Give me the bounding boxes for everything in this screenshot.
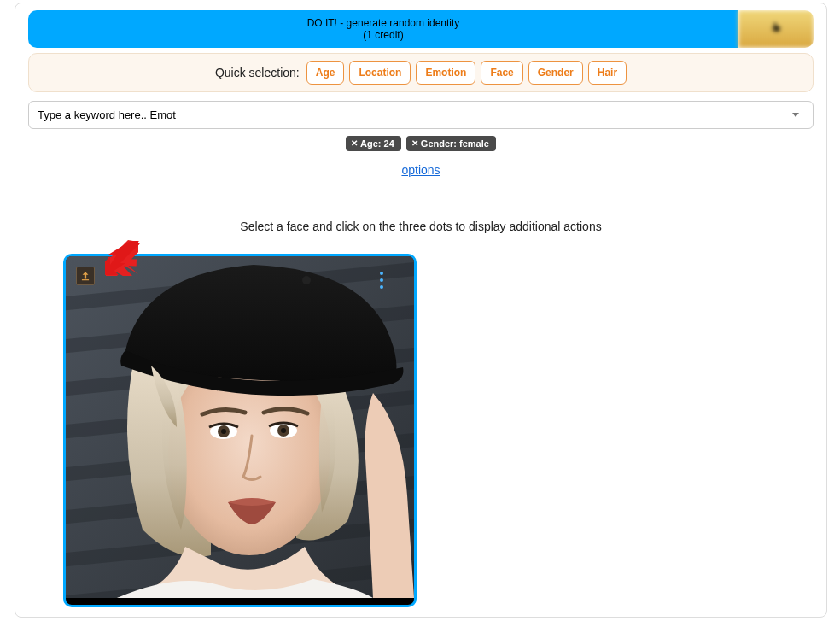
options-link[interactable]: options: [15, 163, 826, 177]
chevron-down-icon[interactable]: [792, 113, 799, 117]
instruction-text: Select a face and click on the three dot…: [15, 220, 826, 233]
do-it-label-line1: DO IT! - generate random identity: [307, 17, 460, 29]
red-arrow-icon: [103, 239, 141, 277]
dot-icon: [380, 272, 383, 275]
dot-icon: [380, 285, 383, 289]
chip-age-label: Age: 24: [360, 138, 394, 149]
chip-gender[interactable]: ✕ Gender: female: [406, 136, 496, 151]
quick-select-emotion-button[interactable]: Emotion: [416, 61, 475, 85]
person-portrait: [66, 256, 414, 598]
chip-gender-label: Gender: female: [421, 138, 489, 149]
filter-chips-row: ✕ Age: 24 ✕ Gender: female: [15, 136, 826, 151]
svg-point-31: [221, 429, 226, 434]
dot-icon: [380, 278, 383, 282]
top-action-bar: DO IT! - generate random identity (1 cre…: [28, 10, 814, 48]
quick-selection-label: Quick selection:: [215, 66, 300, 79]
app-panel: DO IT! - generate random identity (1 cre…: [15, 3, 827, 618]
close-icon[interactable]: ✕: [411, 139, 418, 148]
do-it-label-line2: (1 credit): [363, 29, 403, 41]
close-icon[interactable]: ✕: [351, 139, 358, 148]
upload-button[interactable]: [76, 267, 95, 285]
quick-select-age-button[interactable]: Age: [306, 61, 345, 85]
upload-arrow-icon: [79, 270, 91, 282]
keyword-input[interactable]: [38, 108, 792, 121]
three-dots-button[interactable]: [380, 272, 383, 289]
pointing-hand-icon: [768, 21, 784, 37]
quick-selection-bar: Quick selection: Age Location Emotion Fa…: [28, 53, 814, 92]
face-image: [66, 256, 414, 598]
keyword-input-container[interactable]: [28, 101, 814, 129]
generate-identity-button[interactable]: DO IT! - generate random identity (1 cre…: [28, 10, 738, 48]
pointer-action-button[interactable]: [738, 10, 814, 48]
face-gallery: [63, 254, 826, 607]
chip-age[interactable]: ✕ Age: 24: [346, 136, 401, 151]
svg-rect-36: [82, 279, 89, 280]
svg-point-34: [281, 428, 286, 433]
quick-select-face-button[interactable]: Face: [481, 61, 522, 85]
quick-select-gender-button[interactable]: Gender: [528, 61, 583, 85]
svg-point-35: [302, 276, 311, 284]
quick-select-hair-button[interactable]: Hair: [588, 61, 627, 85]
face-card[interactable]: [63, 254, 417, 607]
quick-select-location-button[interactable]: Location: [349, 61, 411, 85]
